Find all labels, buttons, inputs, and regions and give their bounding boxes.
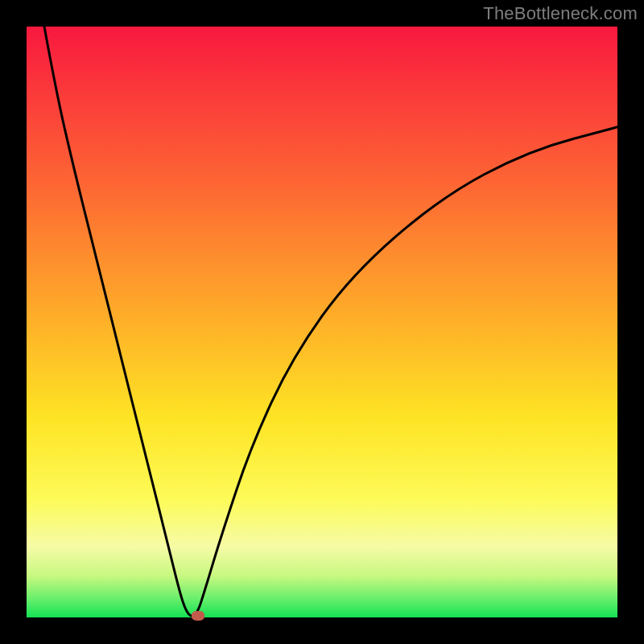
watermark-text: TheBottleneck.com [483,3,638,24]
chart-frame: TheBottleneck.com [0,0,644,644]
plot-area [27,27,617,617]
optimal-point-marker [192,611,204,621]
bottleneck-curve [27,27,617,617]
